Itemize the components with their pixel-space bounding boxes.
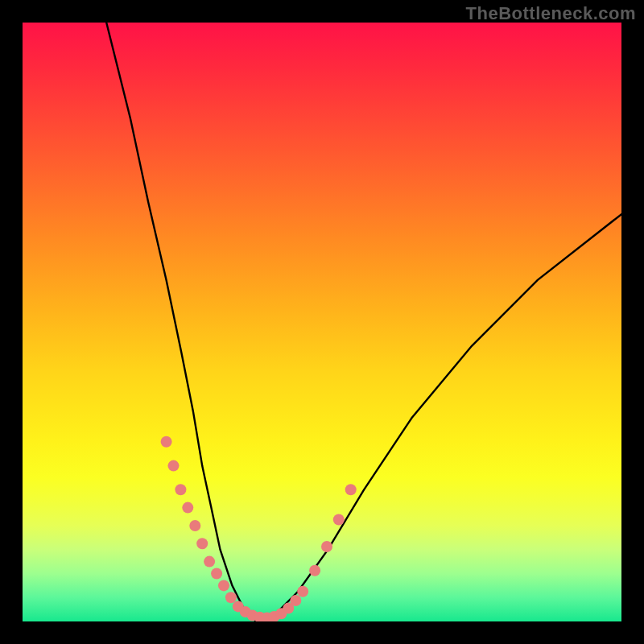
data-point xyxy=(297,586,308,597)
chart-frame: TheBottleneck.com xyxy=(0,0,644,644)
data-point xyxy=(175,484,186,495)
curve-svg xyxy=(23,23,621,621)
data-point xyxy=(168,460,180,472)
data-point xyxy=(321,541,332,552)
data-point xyxy=(218,580,229,591)
data-point xyxy=(225,592,237,603)
data-point xyxy=(182,502,193,514)
data-point xyxy=(161,436,172,448)
watermark-text: TheBottleneck.com xyxy=(466,3,636,24)
data-point xyxy=(211,568,222,580)
plot-area xyxy=(23,23,621,621)
data-point-group xyxy=(161,436,357,621)
data-point xyxy=(290,595,301,606)
data-point xyxy=(196,538,208,549)
data-point xyxy=(309,565,320,576)
data-point xyxy=(204,556,215,568)
bottleneck-curve xyxy=(106,23,621,621)
data-point xyxy=(333,514,345,526)
data-point xyxy=(345,484,357,495)
data-point xyxy=(189,520,200,531)
